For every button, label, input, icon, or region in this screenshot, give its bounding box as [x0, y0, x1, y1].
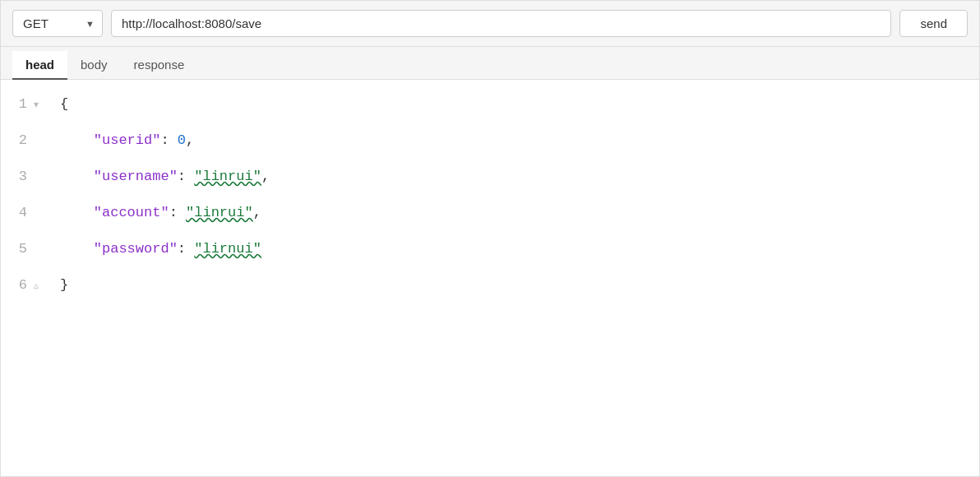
code-line-3: "username": "linrui",	[60, 159, 969, 195]
tab-head[interactable]: head	[12, 51, 67, 80]
line-number-3: 3	[7, 159, 27, 195]
comma-2: ,	[186, 132, 194, 148]
key-account: "account"	[94, 205, 169, 220]
value-userid: 0	[178, 132, 186, 148]
key-username: "username"	[94, 169, 178, 184]
code-content: { "userid": 0, "username": "linrui", "ac…	[50, 86, 979, 470]
colon-2: :	[160, 132, 177, 148]
method-select[interactable]: GET POST PUT DELETE PATCH HEAD OPTIONS	[12, 10, 103, 37]
key-password: "password"	[94, 241, 178, 257]
value-username: "linrui"	[194, 169, 261, 184]
close-brace: }	[60, 277, 68, 293]
code-line-4: "account": "linrui",	[60, 195, 969, 231]
colon-4: :	[169, 205, 186, 220]
collapse-icon-6[interactable]: ▵	[34, 267, 50, 303]
tab-body[interactable]: body	[67, 51, 121, 80]
collapse-icon-1[interactable]: ▾	[34, 86, 50, 123]
tab-response[interactable]: response	[121, 51, 198, 80]
line-number-6: 6	[7, 267, 27, 303]
code-line-6: }	[60, 267, 969, 303]
line-number-5: 5	[7, 231, 27, 267]
top-bar: GET POST PUT DELETE PATCH HEAD OPTIONS ▼…	[1, 1, 979, 47]
colon-5: :	[178, 241, 194, 257]
comma-3: ,	[261, 169, 270, 184]
collapse-icon-3	[34, 159, 50, 195]
key-userid: "userid"	[94, 132, 161, 148]
value-password: "lirnui"	[194, 241, 261, 257]
collapse-icon-2	[34, 123, 50, 159]
method-select-wrapper: GET POST PUT DELETE PATCH HEAD OPTIONS ▼	[12, 10, 103, 37]
collapse-icons: ▾ ▵	[34, 86, 50, 470]
tabs-bar: head body response	[1, 47, 979, 80]
collapse-icon-4	[34, 195, 50, 231]
code-line-5: "password": "lirnui"	[60, 231, 969, 267]
code-line-1: {	[60, 86, 969, 123]
value-account: "linrui"	[186, 205, 253, 220]
line-numbers: 1 2 3 4 5 6	[1, 86, 34, 470]
line-number-2: 2	[7, 123, 27, 159]
open-brace: {	[60, 96, 68, 112]
collapse-icon-5	[34, 231, 50, 267]
code-line-2: "userid": 0,	[60, 123, 969, 159]
colon-3: :	[178, 169, 194, 184]
line-number-1: 1	[7, 86, 27, 123]
code-area: 1 2 3 4 5 6 ▾ ▵ { "userid": 0, "username…	[1, 80, 979, 476]
app-container: GET POST PUT DELETE PATCH HEAD OPTIONS ▼…	[0, 0, 980, 477]
line-number-4: 4	[7, 195, 27, 231]
send-button[interactable]: send	[899, 10, 968, 37]
comma-4: ,	[253, 205, 261, 220]
url-input[interactable]	[111, 10, 891, 37]
